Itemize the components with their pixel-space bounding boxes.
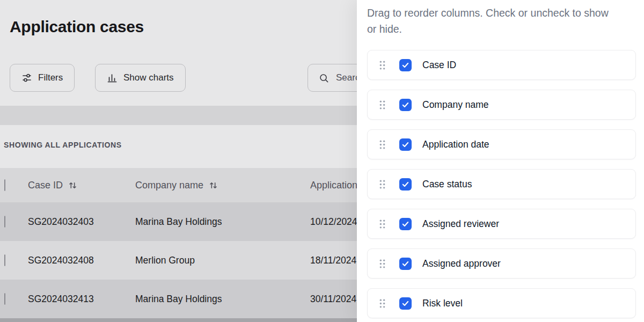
column-toggle-item[interactable]: Assigned approver: [367, 248, 636, 279]
column-checkbox[interactable]: [399, 297, 412, 310]
drag-handle-icon[interactable]: [379, 219, 386, 229]
column-toggle-label: Case ID: [422, 60, 456, 71]
checkmark-icon: [401, 101, 409, 109]
column-toggle-label: Company name: [422, 99, 489, 111]
checkmark-icon: [401, 61, 409, 69]
checkmark-icon: [401, 141, 409, 149]
column-chooser-panel: Drag to reorder columns. Check or unchec…: [357, 0, 644, 322]
column-toggle-item[interactable]: Application date: [367, 129, 636, 159]
column-checkbox[interactable]: [399, 218, 412, 230]
column-checkbox[interactable]: [399, 258, 412, 270]
column-toggle-label: Application date: [422, 139, 489, 150]
checkmark-icon: [401, 220, 409, 228]
column-toggle-item[interactable]: Risk level: [367, 288, 636, 318]
column-toggle-item[interactable]: Assigned reviewer: [367, 209, 636, 239]
column-toggle-label: Risk level: [422, 298, 463, 309]
drag-handle-icon[interactable]: [379, 179, 386, 189]
drag-handle-icon[interactable]: [379, 60, 386, 70]
panel-instructions: Drag to reorder columns. Check or unchec…: [367, 5, 620, 37]
column-checkbox[interactable]: [399, 99, 412, 111]
checkmark-icon: [401, 180, 409, 188]
column-checkbox[interactable]: [399, 59, 412, 71]
column-toggle-label: Assigned approver: [422, 258, 501, 269]
drag-handle-icon[interactable]: [379, 140, 386, 150]
checkmark-icon: [401, 299, 409, 308]
column-toggle-list: Case ID Company name Application date: [367, 50, 636, 318]
column-toggle-item[interactable]: Case ID: [367, 50, 636, 80]
drag-handle-icon[interactable]: [379, 100, 386, 110]
column-checkbox[interactable]: [399, 138, 412, 151]
column-checkbox[interactable]: [399, 178, 412, 191]
checkmark-icon: [401, 260, 409, 268]
drag-handle-icon[interactable]: [379, 298, 386, 309]
column-toggle-label: Assigned reviewer: [422, 218, 499, 230]
column-toggle-item[interactable]: Case status: [367, 169, 636, 199]
drag-handle-icon[interactable]: [379, 259, 386, 269]
column-toggle-item[interactable]: Company name: [367, 90, 636, 120]
application-cases-page: Application cases Filters Show charts SH…: [0, 0, 644, 322]
column-toggle-label: Case status: [422, 179, 472, 190]
